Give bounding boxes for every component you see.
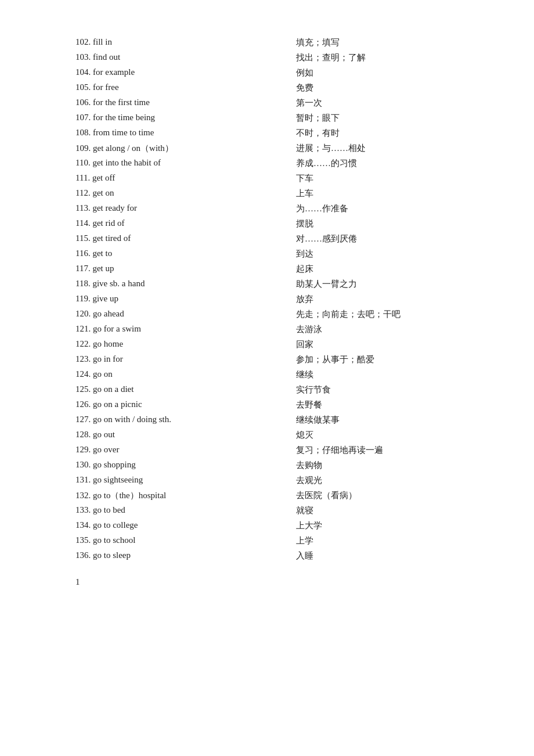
phrase-cell: 134. go to college bbox=[75, 518, 261, 533]
table-row: 115. get tired of对……感到厌倦 bbox=[75, 231, 488, 246]
table-row: 119. give up放弃 bbox=[75, 291, 488, 307]
table-row: 125. go on a diet实行节食 bbox=[75, 382, 488, 397]
table-row: 104. for example例如 bbox=[75, 65, 488, 80]
table-row: 114. get rid of摆脱 bbox=[75, 216, 488, 231]
phrase-cell: 117. get up bbox=[75, 261, 261, 276]
table-row: 131. go sightseeing去观光 bbox=[75, 473, 488, 488]
phrase-cell: 119. give up bbox=[75, 291, 261, 307]
table-row: 109. get along / on（with）进展；与……相处 bbox=[75, 141, 488, 156]
phrase-cell: 136. go to sleep bbox=[75, 548, 261, 563]
meaning-cell: 进展；与……相处 bbox=[261, 141, 488, 156]
table-row: 116. get to到达 bbox=[75, 246, 488, 261]
table-row: 117. get up起床 bbox=[75, 261, 488, 276]
meaning-cell: 去购物 bbox=[261, 458, 488, 473]
meaning-cell: 继续做某事 bbox=[261, 412, 488, 427]
phrase-cell: 125. go on a diet bbox=[75, 382, 261, 397]
phrase-cell: 126. go on a picnic bbox=[75, 397, 261, 412]
meaning-cell: 第一次 bbox=[261, 95, 488, 110]
table-row: 113. get ready for为……作准备 bbox=[75, 201, 488, 216]
table-row: 127. go on with / doing sth.继续做某事 bbox=[75, 412, 488, 427]
phrase-cell: 113. get ready for bbox=[75, 201, 261, 216]
table-row: 111. get off下车 bbox=[75, 171, 488, 186]
phrase-cell: 114. get rid of bbox=[75, 216, 261, 231]
table-row: 107. for the time being暂时；眼下 bbox=[75, 110, 488, 125]
phrase-cell: 108. from time to time bbox=[75, 125, 261, 141]
meaning-cell: 熄灭 bbox=[261, 427, 488, 442]
phrase-cell: 118. give sb. a hand bbox=[75, 276, 261, 291]
phrase-cell: 132. go to（the）hospital bbox=[75, 488, 261, 503]
meaning-cell: 就寝 bbox=[261, 503, 488, 518]
table-row: 135. go to school上学 bbox=[75, 533, 488, 548]
meaning-cell: 去野餐 bbox=[261, 397, 488, 412]
table-row: 103. find out找出；查明；了解 bbox=[75, 50, 488, 65]
meaning-cell: 下车 bbox=[261, 171, 488, 186]
page-number: 1 bbox=[75, 577, 488, 587]
phrase-cell: 129. go over bbox=[75, 442, 261, 458]
meaning-cell: 免费 bbox=[261, 80, 488, 95]
phrase-cell: 111. get off bbox=[75, 171, 261, 186]
phrase-cell: 122. go home bbox=[75, 337, 261, 352]
meaning-cell: 去游泳 bbox=[261, 322, 488, 337]
table-row: 124. go on继续 bbox=[75, 367, 488, 382]
phrase-cell: 121. go for a swim bbox=[75, 322, 261, 337]
phrase-cell: 135. go to school bbox=[75, 533, 261, 548]
table-row: 122. go home回家 bbox=[75, 337, 488, 352]
table-row: 121. go for a swim去游泳 bbox=[75, 322, 488, 337]
meaning-cell: 暂时；眼下 bbox=[261, 110, 488, 125]
meaning-cell: 不时，有时 bbox=[261, 125, 488, 141]
table-row: 123. go in for参加；从事于；酷爱 bbox=[75, 352, 488, 367]
phrase-cell: 127. go on with / doing sth. bbox=[75, 412, 261, 427]
meaning-cell: 上车 bbox=[261, 186, 488, 201]
meaning-cell: 去医院（看病） bbox=[261, 488, 488, 503]
phrase-cell: 116. get to bbox=[75, 246, 261, 261]
table-row: 106. for the first time第一次 bbox=[75, 95, 488, 110]
table-row: 118. give sb. a hand助某人一臂之力 bbox=[75, 276, 488, 291]
table-row: 105. for free免费 bbox=[75, 80, 488, 95]
table-row: 110. get into the habit of养成……的习惯 bbox=[75, 156, 488, 171]
phrase-cell: 103. find out bbox=[75, 50, 261, 65]
meaning-cell: 起床 bbox=[261, 261, 488, 276]
meaning-cell: 例如 bbox=[261, 65, 488, 80]
table-row: 132. go to（the）hospital去医院（看病） bbox=[75, 488, 488, 503]
table-row: 130. go shopping去购物 bbox=[75, 458, 488, 473]
phrase-cell: 112. get on bbox=[75, 186, 261, 201]
meaning-cell: 摆脱 bbox=[261, 216, 488, 231]
meaning-cell: 上学 bbox=[261, 533, 488, 548]
meaning-cell: 到达 bbox=[261, 246, 488, 261]
phrase-cell: 130. go shopping bbox=[75, 458, 261, 473]
phrase-cell: 133. go to bed bbox=[75, 503, 261, 518]
meaning-cell: 先走；向前走；去吧；干吧 bbox=[261, 307, 488, 322]
phrase-cell: 123. go in for bbox=[75, 352, 261, 367]
table-row: 136. go to sleep入睡 bbox=[75, 548, 488, 563]
meaning-cell: 放弃 bbox=[261, 291, 488, 307]
meaning-cell: 去观光 bbox=[261, 473, 488, 488]
table-row: 133. go to bed就寝 bbox=[75, 503, 488, 518]
table-row: 134. go to college上大学 bbox=[75, 518, 488, 533]
table-row: 128. go out熄灭 bbox=[75, 427, 488, 442]
meaning-cell: 参加；从事于；酷爱 bbox=[261, 352, 488, 367]
table-row: 108. from time to time不时，有时 bbox=[75, 125, 488, 141]
phrase-cell: 106. for the first time bbox=[75, 95, 261, 110]
phrase-cell: 104. for example bbox=[75, 65, 261, 80]
phrase-cell: 102. fill in bbox=[75, 35, 261, 50]
phrase-cell: 105. for free bbox=[75, 80, 261, 95]
table-row: 120. go ahead先走；向前走；去吧；干吧 bbox=[75, 307, 488, 322]
meaning-cell: 为……作准备 bbox=[261, 201, 488, 216]
meaning-cell: 对……感到厌倦 bbox=[261, 231, 488, 246]
table-row: 129. go over复习；仔细地再读一遍 bbox=[75, 442, 488, 458]
vocab-table: 102. fill in填充；填写103. find out找出；查明；了解10… bbox=[75, 35, 488, 563]
phrase-cell: 110. get into the habit of bbox=[75, 156, 261, 171]
table-row: 102. fill in填充；填写 bbox=[75, 35, 488, 50]
meaning-cell: 入睡 bbox=[261, 548, 488, 563]
meaning-cell: 实行节食 bbox=[261, 382, 488, 397]
meaning-cell: 助某人一臂之力 bbox=[261, 276, 488, 291]
meaning-cell: 回家 bbox=[261, 337, 488, 352]
phrase-cell: 107. for the time being bbox=[75, 110, 261, 125]
meaning-cell: 继续 bbox=[261, 367, 488, 382]
phrase-cell: 124. go on bbox=[75, 367, 261, 382]
phrase-cell: 115. get tired of bbox=[75, 231, 261, 246]
phrase-cell: 131. go sightseeing bbox=[75, 473, 261, 488]
meaning-cell: 复习；仔细地再读一遍 bbox=[261, 442, 488, 458]
table-row: 112. get on上车 bbox=[75, 186, 488, 201]
meaning-cell: 找出；查明；了解 bbox=[261, 50, 488, 65]
